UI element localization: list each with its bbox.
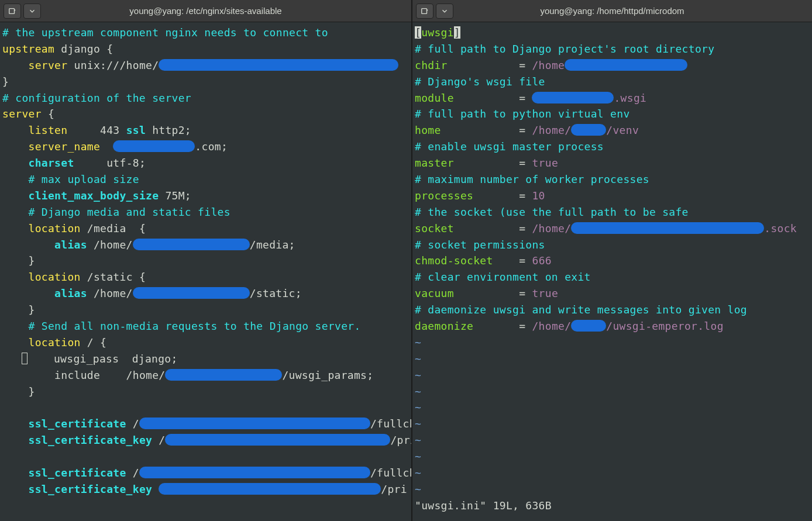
ini-value: true: [532, 157, 558, 169]
ini-key: module: [415, 92, 454, 104]
code-comment: # Django media and static files: [29, 206, 230, 218]
redaction: [165, 369, 282, 381]
titlebar-left: young@yang: /etc/nginx/sites-available: [0, 0, 411, 22]
menu-dropdown-button[interactable]: [436, 4, 453, 19]
code-comment: # Send all non-media requests to the Dja…: [29, 320, 361, 332]
code-comment: # maximum number of worker processes: [415, 173, 649, 185]
vim-tilde: ~: [415, 467, 421, 479]
vim-tilde: ~: [415, 418, 421, 430]
code-comment: # configuration of the server: [2, 92, 191, 104]
ini-value: true: [532, 287, 558, 299]
redaction: [565, 59, 687, 71]
nginx-keyword: alias: [54, 287, 87, 299]
redaction: [571, 320, 606, 332]
redaction: [139, 418, 370, 429]
path: /: [606, 124, 613, 136]
ini-key: daemonize: [415, 320, 473, 332]
ini-section: uwsgi: [421, 26, 454, 39]
nginx-keyword: server: [29, 59, 68, 71]
eq: =: [519, 59, 532, 71]
code-text: /uwsgi_params;: [282, 369, 373, 381]
code-text: /static {: [81, 271, 146, 283]
ini-key: vacuum: [415, 287, 454, 299]
path: /uwsgi-emperor.log: [606, 320, 723, 332]
code-comment: # daemonize uwsgi and write messages int…: [415, 303, 747, 316]
new-tab-button[interactable]: [416, 4, 433, 19]
nginx-keyword: ssl_certificate: [29, 418, 126, 430]
code-text: django {: [54, 43, 113, 55]
eq: =: [519, 287, 532, 299]
menu-dropdown-button[interactable]: [23, 4, 41, 19]
redaction: [571, 222, 764, 234]
terminal-pane-right: young@yang: /home/httpd/microdom [uwsgi]…: [412, 0, 812, 521]
vim-status-line: "uwsgi.ini" 19L, 636B: [415, 499, 552, 512]
svg-rect-1: [422, 8, 427, 13]
redaction: [139, 467, 370, 478]
code-text: /media {: [81, 222, 146, 234]
code-text: /home/: [87, 239, 133, 251]
vim-tilde: ~: [415, 450, 421, 463]
code-text: /media;: [250, 239, 295, 251]
vim-tilde: ~: [415, 369, 421, 381]
editor-content-right[interactable]: [uwsgi] # full path to Django project's …: [412, 22, 812, 521]
redaction: [113, 140, 195, 152]
path: .wsgi: [614, 92, 646, 104]
nginx-keyword: ssl_certificate_key: [29, 434, 153, 446]
code-text: 75M;: [159, 189, 191, 202]
code-text: /pri: [381, 483, 407, 495]
redaction: [159, 59, 398, 71]
code-comment: # enable uwsgi master process: [415, 140, 604, 153]
code-comment: # the socket (use the full path to be sa…: [415, 206, 689, 218]
titlebar-right: young@yang: /home/httpd/microdom: [412, 0, 812, 22]
ini-key: home: [415, 124, 441, 136]
ini-key: chmod-socket: [415, 254, 493, 267]
code-text: utf-8;: [74, 157, 146, 169]
code-text: /home/: [87, 287, 133, 299]
path: venv: [613, 124, 639, 136]
ini-value: 10: [532, 189, 545, 202]
path: /home/: [532, 320, 571, 332]
code-text: /fullcha: [370, 467, 411, 479]
code-text: http2;: [146, 124, 191, 136]
vim-tilde: ~: [415, 483, 421, 495]
vim-tilde: ~: [415, 385, 421, 398]
nginx-keyword: client_max_body_size: [29, 189, 159, 202]
code-text: /pri: [390, 434, 411, 446]
code-text: .com;: [195, 140, 228, 153]
code-text: 443: [67, 124, 126, 136]
eq: =: [519, 222, 532, 234]
code-comment: # Django's wsgi file: [415, 75, 545, 88]
redaction: [532, 92, 614, 103]
editor-content-left[interactable]: # the upstream component nginx needs to …: [0, 22, 411, 521]
code-comment: # full path to Django project's root dir…: [415, 43, 714, 55]
path: /home/: [532, 222, 571, 234]
ini-key: chdir: [415, 59, 448, 71]
nginx-keyword: listen: [29, 124, 68, 136]
path: /home: [532, 59, 565, 71]
code-comment: # max upload size: [29, 173, 139, 185]
nginx-keyword: alias: [54, 239, 87, 251]
code-text: unix:///home/: [67, 59, 159, 71]
ini-key: socket: [415, 222, 454, 234]
cursor: [22, 353, 27, 364]
selection-highlight: [: [415, 26, 421, 39]
code-comment: # socket permissions: [415, 239, 545, 251]
nginx-keyword: location: [29, 271, 81, 283]
vim-tilde: ~: [415, 353, 421, 365]
code-comment: # the upstream component nginx needs to …: [2, 26, 328, 39]
ini-key: master: [415, 157, 454, 169]
ini-key: processes: [415, 189, 473, 202]
eq: =: [519, 92, 532, 104]
eq: =: [519, 320, 532, 332]
ini-value: 666: [532, 254, 552, 267]
eq: =: [519, 157, 532, 169]
redaction: [165, 434, 390, 446]
eq: =: [519, 124, 532, 136]
code-text: }: [2, 75, 9, 88]
new-tab-button[interactable]: [4, 4, 21, 19]
code-comment: # full path to python virtual env: [415, 108, 630, 120]
redaction: [133, 287, 250, 299]
terminal-pane-left: young@yang: /etc/nginx/sites-available #…: [0, 0, 412, 521]
nginx-keyword: ssl_certificate_key: [29, 483, 153, 495]
code-text: uwsgi_pass django;: [54, 353, 178, 365]
